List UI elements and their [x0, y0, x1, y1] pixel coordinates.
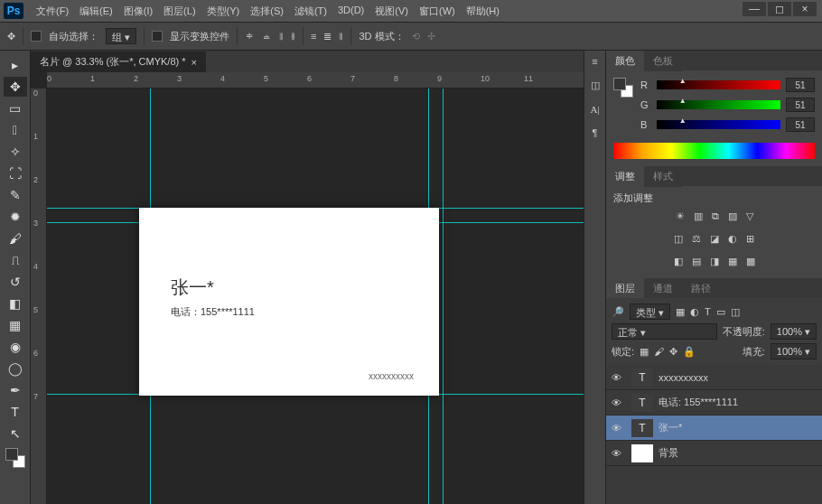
document-tab[interactable]: 名片 @ 33.3% (张一*, CMYK/8) * ×: [31, 51, 206, 72]
crop-tool[interactable]: ⛶: [4, 163, 27, 183]
move-tool[interactable]: ✥: [4, 77, 27, 97]
layer-row[interactable]: 👁Txxxxxxxxxx: [606, 365, 822, 390]
filter-type[interactable]: 类型 ▾: [630, 303, 670, 320]
align-icon[interactable]: ⫨: [262, 31, 272, 42]
lock-all-icon[interactable]: 🔒: [683, 346, 696, 358]
auto-select-checkbox[interactable]: [31, 31, 42, 42]
move-tool-icon[interactable]: ✥: [7, 31, 15, 42]
menu-item[interactable]: 编辑(E): [74, 5, 118, 18]
properties-icon[interactable]: ◫: [591, 79, 600, 91]
bw-icon[interactable]: ◪: [710, 233, 719, 245]
filter-type-icon[interactable]: T: [705, 306, 711, 317]
tab-color[interactable]: 颜色: [606, 51, 644, 71]
visibility-icon[interactable]: 👁: [612, 372, 626, 383]
menu-item[interactable]: 类型(Y): [201, 5, 246, 18]
posterize-icon[interactable]: ▤: [692, 256, 701, 267]
wand-tool[interactable]: ✧: [4, 142, 27, 162]
layer-row[interactable]: 👁背景: [606, 441, 822, 466]
layer-row[interactable]: 👁T张一*: [606, 415, 822, 441]
path-tool[interactable]: ↖: [4, 424, 27, 443]
layer-row[interactable]: 👁T电话: 155****1111: [606, 390, 822, 415]
hue-icon[interactable]: ◫: [674, 233, 683, 245]
card-phone-text[interactable]: 电话：155****1111: [171, 305, 255, 319]
tab-paths[interactable]: 路径: [682, 278, 720, 299]
close-icon[interactable]: ×: [191, 57, 197, 68]
tab-swatches[interactable]: 色板: [644, 51, 682, 71]
visibility-icon[interactable]: 👁: [612, 448, 626, 459]
maximize-button[interactable]: ◻: [768, 2, 791, 16]
filter-shape-icon[interactable]: ▭: [716, 306, 725, 318]
r-value[interactable]: 51: [786, 78, 815, 92]
spectrum-picker[interactable]: [613, 143, 815, 159]
blur-tool[interactable]: ◉: [4, 337, 27, 357]
photo-filter-icon[interactable]: ◐: [728, 233, 737, 245]
g-value[interactable]: 51: [786, 98, 815, 112]
menu-item[interactable]: 选择(S): [245, 5, 289, 18]
b-value[interactable]: 51: [786, 117, 815, 132]
menu-item[interactable]: 滤镜(T): [289, 5, 332, 18]
history-brush-tool[interactable]: ↺: [4, 272, 27, 292]
gradient-tool[interactable]: ▦: [4, 315, 27, 335]
menu-item[interactable]: 帮助(H): [461, 5, 505, 18]
lasso-tool[interactable]: 𓍯: [4, 120, 27, 140]
b-slider[interactable]: ▲: [657, 120, 780, 129]
tab-styles[interactable]: 样式: [644, 166, 682, 187]
brightness-icon[interactable]: ☀: [676, 210, 685, 222]
filter-smart-icon[interactable]: ◫: [731, 306, 740, 318]
transform-controls-checkbox[interactable]: [152, 31, 163, 42]
tab-toggle[interactable]: ▸: [4, 55, 27, 75]
align-icon[interactable]: ⫩: [245, 31, 255, 42]
paragraph-icon[interactable]: ¶: [593, 127, 598, 138]
history-icon[interactable]: ≡: [592, 56, 597, 67]
tab-channels[interactable]: 通道: [644, 278, 682, 299]
type-tool[interactable]: T: [4, 402, 27, 422]
visibility-icon[interactable]: 👁: [612, 423, 626, 434]
lock-position-icon[interactable]: ✥: [669, 346, 677, 358]
lock-transparent-icon[interactable]: ▦: [640, 346, 649, 358]
filter-pixel-icon[interactable]: ▦: [676, 306, 685, 318]
invert-icon[interactable]: ◧: [674, 256, 683, 267]
exposure-icon[interactable]: ▨: [728, 210, 737, 222]
levels-icon[interactable]: ▥: [694, 210, 703, 222]
dodge-tool[interactable]: ◯: [4, 359, 27, 378]
opacity-input[interactable]: 100% ▾: [771, 323, 817, 340]
eraser-tool[interactable]: ◧: [4, 294, 27, 313]
filter-adjust-icon[interactable]: ◐: [690, 306, 699, 318]
stamp-tool[interactable]: ⎍: [4, 250, 27, 270]
gradient-map-icon[interactable]: ▦: [728, 256, 737, 267]
card-footer-text[interactable]: xxxxxxxxxx: [369, 371, 414, 381]
r-slider[interactable]: ▲: [657, 80, 780, 89]
ruler-vertical[interactable]: 01234567: [31, 89, 47, 504]
selective-icon[interactable]: ▩: [746, 256, 755, 267]
menu-item[interactable]: 图层(L): [158, 5, 201, 18]
lock-pixels-icon[interactable]: 🖌: [654, 346, 664, 357]
card-name-text[interactable]: 张一*: [171, 275, 214, 300]
minimize-button[interactable]: —: [743, 2, 766, 16]
close-button[interactable]: ×: [793, 2, 817, 16]
menu-item[interactable]: 窗口(W): [414, 5, 461, 18]
mode3d-icon[interactable]: ✢: [427, 31, 435, 42]
artboard[interactable]: 张一* 电话：155****1111 xxxxxxxxxx: [139, 208, 439, 396]
align-icon[interactable]: ⫴: [279, 31, 284, 42]
marquee-tool[interactable]: ▭: [4, 98, 27, 118]
brush-tool[interactable]: 🖌: [4, 229, 27, 248]
pen-tool[interactable]: ✒: [4, 380, 27, 400]
tab-layers[interactable]: 图层: [606, 278, 644, 299]
eyedropper-tool[interactable]: ✎: [4, 185, 27, 205]
menu-item[interactable]: 3D(D): [332, 5, 369, 18]
align-icon[interactable]: ⫵: [291, 31, 295, 42]
mixer-icon[interactable]: ⊞: [746, 233, 754, 245]
threshold-icon[interactable]: ◨: [710, 256, 719, 267]
mode3d-icon[interactable]: ⟲: [412, 31, 420, 42]
character-icon[interactable]: A|: [590, 104, 599, 115]
color-swatch[interactable]: [5, 448, 25, 468]
distribute-icon[interactable]: ≡: [311, 31, 316, 42]
curves-icon[interactable]: ⧉: [712, 210, 719, 222]
fill-input[interactable]: 100% ▾: [771, 343, 817, 359]
menu-item[interactable]: 图像(I): [118, 5, 158, 18]
heal-tool[interactable]: ✹: [4, 207, 27, 227]
auto-select-target[interactable]: 组 ▾: [106, 28, 136, 44]
visibility-icon[interactable]: 👁: [612, 397, 626, 408]
distribute-icon[interactable]: ⦀: [339, 31, 343, 42]
g-slider[interactable]: ▲: [657, 100, 780, 109]
